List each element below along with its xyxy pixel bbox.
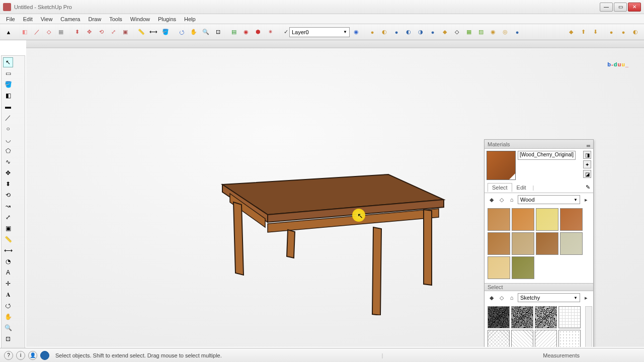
menu-tools[interactable]: Tools — [105, 15, 126, 23]
menu-edit[interactable]: Edit — [19, 15, 37, 23]
arc-tool[interactable]: ◡ — [3, 135, 13, 145]
move-tool[interactable]: ✥ — [3, 168, 13, 178]
default-material-icon[interactable]: ◪ — [583, 170, 591, 178]
styles-back-icon[interactable]: ◆ — [488, 294, 496, 302]
misc-btn-3[interactable]: ◐ — [630, 27, 641, 38]
tab-select[interactable]: Select — [488, 183, 512, 192]
tape-tool[interactable]: 📏 — [3, 234, 13, 244]
polygon-tool[interactable]: ⬠ — [3, 146, 13, 156]
styles-fwd-icon[interactable]: ◇ — [498, 294, 506, 302]
layer-mgr-button[interactable]: ◉ — [351, 27, 362, 38]
eraser-button[interactable]: ◧ — [19, 27, 30, 38]
nav-fwd-icon[interactable]: ◇ — [498, 196, 506, 204]
layer-dropdown[interactable]: Layer0 ▼ — [289, 27, 350, 37]
display-pane-icon[interactable]: ◨ — [583, 151, 591, 159]
styles-home-icon[interactable]: ⌂ — [508, 294, 516, 302]
materials-panel-header[interactable]: Materials ▃ — [485, 140, 593, 149]
pushpull-button[interactable]: ⬍ — [71, 27, 83, 38]
group-button[interactable]: ⬢ — [253, 27, 264, 38]
pan-tool[interactable]: ✋ — [3, 312, 13, 322]
text-tool[interactable]: A — [3, 267, 13, 278]
rect-tool[interactable]: ▬ — [3, 102, 13, 112]
scale-tool[interactable]: ⤢ — [3, 212, 13, 222]
line-tool[interactable]: ／ — [3, 113, 13, 123]
style-btn-8[interactable]: ▨ — [475, 27, 487, 38]
nav-back-icon[interactable]: ◆ — [488, 196, 496, 204]
materials-panel[interactable]: Materials ▃ [Wood_Cherry_Original] ◨ ✦ ◪… — [484, 139, 594, 347]
eraser-tool[interactable]: ◧ — [3, 90, 13, 101]
styles-dropdown[interactable]: Sketchy ▼ — [518, 293, 580, 302]
tape-button[interactable]: 📏 — [136, 27, 147, 38]
tab-edit[interactable]: Edit — [512, 183, 531, 192]
wood-swatch-4[interactable] — [488, 232, 510, 255]
paint-button[interactable]: 🪣 — [160, 27, 171, 38]
help-btn-2[interactable]: ⬆ — [578, 27, 589, 38]
shadow-btn-1[interactable]: ● — [367, 27, 378, 38]
material-name-input[interactable]: [Wood_Cherry_Original] — [518, 151, 576, 160]
style-btn-6[interactable]: ◇ — [451, 27, 462, 38]
wood-swatch-2[interactable] — [536, 208, 558, 231]
orbit-button[interactable]: ⭯ — [176, 27, 187, 38]
swatches-scrollbar[interactable] — [585, 306, 592, 347]
sketchy-swatch-0[interactable] — [488, 306, 510, 328]
create-material-icon[interactable]: ✦ — [583, 160, 591, 168]
dim-button[interactable]: ⟷ — [148, 27, 159, 38]
sketchy-swatch-5[interactable] — [511, 330, 533, 347]
library-dropdown[interactable]: Wood ▼ — [518, 195, 580, 204]
misc-btn-1[interactable]: ● — [606, 27, 617, 38]
misc-btn-2[interactable]: ● — [618, 27, 629, 38]
nav-home-icon[interactable]: ⌂ — [508, 196, 516, 204]
wood-swatch-5[interactable] — [512, 232, 534, 255]
style-btn-1[interactable]: ● — [391, 27, 402, 38]
zoom-ext-button[interactable]: ⊡ — [212, 27, 223, 38]
style-btn-5[interactable]: ◆ — [439, 27, 450, 38]
3dtext-tool[interactable]: 𝐀 — [3, 290, 13, 300]
shape-tool-button[interactable]: ◇ — [43, 27, 54, 38]
pan-button[interactable]: ✋ — [188, 27, 199, 38]
rotate-button[interactable]: ⟲ — [96, 27, 107, 38]
menu-window[interactable]: Window — [126, 15, 154, 23]
orbit-tool[interactable]: ⭯ — [3, 301, 13, 311]
close-button[interactable]: ✕ — [628, 3, 641, 12]
followme-tool[interactable]: ↝ — [3, 201, 13, 211]
wood-swatch-8[interactable] — [488, 256, 510, 279]
menu-draw[interactable]: Draw — [84, 15, 105, 23]
select-tool-button[interactable]: ▲ — [3, 27, 14, 38]
menu-help[interactable]: Help — [180, 15, 200, 23]
select-tool[interactable]: ↖ — [3, 57, 13, 67]
wood-swatch-1[interactable] — [512, 208, 534, 231]
style-btn-3[interactable]: ◑ — [415, 27, 426, 38]
style-btn-10[interactable]: ◎ — [500, 27, 511, 38]
maximize-button[interactable]: ▭ — [614, 3, 627, 12]
info-icon[interactable]: i — [16, 351, 25, 360]
offset-tool[interactable]: ▣ — [3, 223, 13, 233]
line-tool-button[interactable]: ／ — [31, 27, 42, 38]
offset-button[interactable]: ▣ — [120, 27, 131, 38]
zoomwin-tool[interactable]: ⊡ — [3, 334, 13, 344]
style-btn-9[interactable]: ◉ — [488, 27, 499, 38]
user-icon[interactable]: 👤 — [28, 351, 37, 360]
sketchy-swatch-2[interactable] — [535, 306, 557, 328]
wood-swatch-0[interactable] — [488, 208, 510, 231]
wood-swatch-6[interactable] — [536, 232, 558, 255]
minimize-button[interactable]: — — [600, 3, 613, 12]
library-menu-icon[interactable]: ▸ — [582, 196, 590, 204]
sketchy-swatch-1[interactable] — [511, 306, 533, 328]
help-btn-3[interactable]: ⬇ — [590, 27, 601, 38]
shadow-btn-2[interactable]: ◐ — [379, 27, 390, 38]
scale-button[interactable]: ⤢ — [108, 27, 119, 38]
wood-swatch-3[interactable] — [560, 208, 583, 231]
sketchy-swatch-7[interactable] — [558, 330, 581, 347]
protractor-tool[interactable]: ◔ — [3, 256, 13, 266]
style-btn-4[interactable]: ● — [427, 27, 438, 38]
styles-menu-icon[interactable]: ▸ — [582, 294, 590, 302]
sample-paint-icon[interactable]: ✎ — [586, 184, 590, 191]
dimension-tool[interactable]: ⟷ — [3, 245, 13, 255]
viewport[interactable]: ↖ b-duu_ Materials ▃ [Wood_Cherry_Origin… — [26, 49, 644, 347]
style-btn-11[interactable]: ● — [512, 27, 523, 38]
rotate-tool[interactable]: ⟲ — [3, 190, 13, 200]
help-btn-1[interactable]: ◆ — [566, 27, 577, 38]
axes-tool[interactable]: ✛ — [3, 279, 13, 289]
menu-file[interactable]: File — [2, 15, 19, 23]
menu-plugins[interactable]: Plugins — [154, 15, 180, 23]
